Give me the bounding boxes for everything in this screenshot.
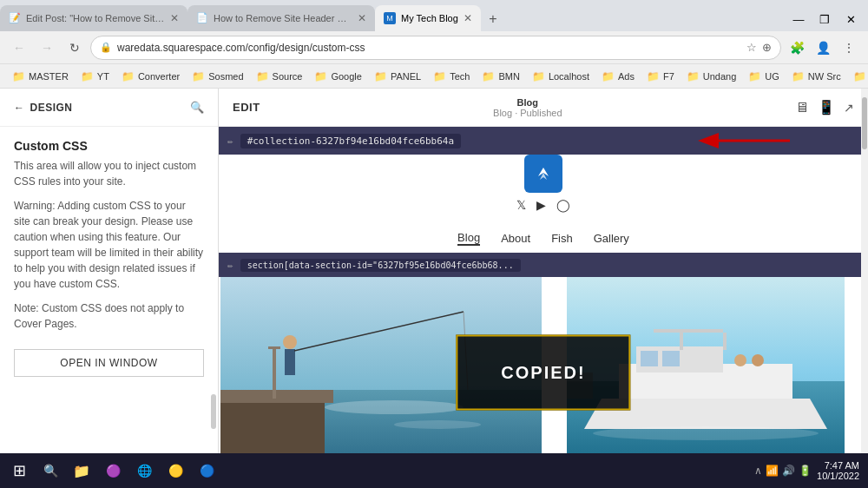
instagram-icon[interactable]: ◯ xyxy=(556,198,570,212)
new-tab-button[interactable]: + xyxy=(481,7,505,31)
back-button[interactable]: ← xyxy=(7,36,31,60)
extension-icon[interactable]: ⊕ xyxy=(762,41,772,54)
svg-point-24 xyxy=(752,354,764,366)
search-taskbar-button[interactable]: 🔍 xyxy=(36,457,64,485)
taskbar-time[interactable]: 7:47 AM 10/1/2022 xyxy=(817,460,859,481)
toolbar-right: 🧩 👤 ⋮ xyxy=(785,36,861,60)
mobile-view-icon[interactable]: 📱 xyxy=(818,99,835,115)
battery-icon[interactable]: 🔋 xyxy=(799,465,812,477)
file-explorer-button[interactable]: 📁 xyxy=(68,457,95,485)
tab-1[interactable]: 📝 Edit Post: "How to Remove Site H... ✕ xyxy=(0,5,187,31)
sidebar-design-link[interactable]: ← DESIGN xyxy=(14,102,73,114)
bookmark-label: Undang xyxy=(703,71,737,82)
address-bar[interactable]: 🔒 waredata.squarespace.com/config/design… xyxy=(90,36,781,60)
bookmark-undang[interactable]: 📁 Undang xyxy=(681,69,742,84)
date-display: 10/1/2022 xyxy=(817,471,859,481)
minimize-button[interactable]: — xyxy=(786,7,811,31)
svg-rect-18 xyxy=(641,351,658,366)
youtube-icon[interactable]: ▶ xyxy=(536,198,546,212)
sidebar-header: ← DESIGN 🔍 xyxy=(0,89,218,127)
sidebar-warning: Warning: Adding custom CSS to your site … xyxy=(0,198,218,300)
bookmark-converter[interactable]: 📁 Converter xyxy=(116,69,185,84)
logo-bird-icon xyxy=(531,164,556,183)
bookmark-label: PANEL xyxy=(391,71,421,82)
twitter-icon[interactable]: 𝕏 xyxy=(516,198,526,212)
red-arrow-icon xyxy=(694,128,799,154)
close-button[interactable]: ✕ xyxy=(838,7,863,31)
taskbar-right: ∧ 📶 🔊 🔋 7:47 AM 10/1/2022 xyxy=(754,460,868,481)
scrollbar-thumb xyxy=(862,97,867,149)
design-label: DESIGN xyxy=(30,102,73,114)
tab3-close[interactable]: ✕ xyxy=(464,12,472,24)
bookmark-panel[interactable]: 📁 PANEL xyxy=(369,69,426,84)
tab2-close[interactable]: ✕ xyxy=(358,12,366,24)
folder-icon: 📁 xyxy=(482,70,495,82)
css-selector-1[interactable]: #collection-6327bf94e16bd04fce6bb64a xyxy=(240,134,461,148)
menu-button[interactable]: ⋮ xyxy=(837,36,861,60)
social-icons: 𝕏 ▶ ◯ xyxy=(219,198,868,212)
bookmark-label: NW Src xyxy=(808,71,841,82)
bookmark-f7[interactable]: 📁 F7 xyxy=(641,69,680,84)
tab3-favicon: M xyxy=(384,12,396,24)
wifi-icon[interactable]: 📶 xyxy=(766,465,779,477)
chrome-taskbar[interactable]: 🔵 xyxy=(193,457,220,485)
bookmark-master[interactable]: 📁 MASTER xyxy=(7,69,74,84)
bookmark-star-icon[interactable]: ☆ xyxy=(746,41,757,54)
tab-3[interactable]: M My Tech Blog ✕ xyxy=(375,5,481,31)
tab1-label: Edit Post: "How to Remove Site H... xyxy=(26,13,165,23)
bookmark-label: F7 xyxy=(663,71,674,82)
reload-button[interactable]: ↻ xyxy=(62,36,87,60)
time-display: 7:47 AM xyxy=(817,460,859,471)
desktop-view-icon[interactable]: 🖥 xyxy=(795,100,809,115)
expand-icon[interactable]: ↗ xyxy=(844,101,854,115)
window-controls: — ❐ ✕ xyxy=(786,7,868,31)
maximize-button[interactable]: ❐ xyxy=(812,7,837,31)
folder-icon: 📁 xyxy=(602,70,615,82)
bookmark-nwsrc[interactable]: 📁 NW Src xyxy=(786,69,846,84)
folder-icon: 📁 xyxy=(192,70,205,82)
extensions-button[interactable]: 🧩 xyxy=(785,36,809,60)
nav-link-fish[interactable]: Fish xyxy=(551,232,573,245)
edit-label: EDIT xyxy=(233,101,260,114)
start-button[interactable]: ⊞ xyxy=(5,457,33,485)
edit-blog-title: Blog xyxy=(493,97,562,108)
bookmark-yt[interactable]: 📁 YT xyxy=(76,69,115,84)
bookmark-sosmed[interactable]: 📁 Sosmed xyxy=(187,69,248,84)
svg-rect-21 xyxy=(680,333,683,350)
css-selector-2[interactable]: section[data-section-id="6327bf95e16bd04… xyxy=(240,259,521,272)
bookmark-label: Google xyxy=(331,71,361,82)
bookmark-label: Localhost xyxy=(549,71,589,82)
svg-rect-19 xyxy=(662,351,680,366)
svg-point-5 xyxy=(394,420,481,429)
nav-link-about[interactable]: About xyxy=(501,232,530,245)
nav-link-gallery[interactable]: Gallery xyxy=(594,232,629,245)
svg-point-4 xyxy=(325,400,464,414)
chevron-up-icon[interactable]: ∧ xyxy=(754,465,762,477)
bookmark-land[interactable]: 📁 Land xyxy=(848,69,868,84)
preview-scrollbar[interactable] xyxy=(861,89,868,453)
bookmark-ads[interactable]: 📁 Ads xyxy=(596,69,640,84)
taskbar-icon-3[interactable]: 🟡 xyxy=(161,457,189,485)
bookmark-ug[interactable]: 📁 UG xyxy=(743,69,785,84)
open-in-window-button[interactable]: OPEN IN WINDOW xyxy=(14,349,204,377)
bookmark-bmn[interactable]: 📁 BMN xyxy=(477,69,524,84)
taskbar-icon-1[interactable]: 🟣 xyxy=(99,457,127,485)
bookmark-tech[interactable]: 📁 Tech xyxy=(428,69,475,84)
sidebar-search-icon[interactable]: 🔍 xyxy=(190,101,204,114)
bookmark-source[interactable]: 📁 Source xyxy=(251,69,308,84)
tab-2[interactable]: 📄 How to Remove Site Header Sq... ✕ xyxy=(187,5,375,31)
forward-button[interactable]: → xyxy=(35,36,59,60)
bookmark-label: Tech xyxy=(450,71,470,82)
svg-rect-8 xyxy=(273,346,276,399)
sound-icon[interactable]: 🔊 xyxy=(782,465,795,477)
edit-breadcrumb: Blog · Published xyxy=(493,108,562,118)
sidebar: ← DESIGN 🔍 Custom CSS This area will all… xyxy=(0,89,219,453)
edge-browser-taskbar[interactable]: 🌐 xyxy=(130,457,158,485)
bookmark-label: Source xyxy=(273,71,303,82)
bookmark-google[interactable]: 📁 Google xyxy=(309,69,366,84)
profile-button[interactable]: 👤 xyxy=(811,36,835,60)
nav-link-blog[interactable]: Blog xyxy=(457,231,480,246)
tab1-close[interactable]: ✕ xyxy=(170,12,179,24)
website-nav: Blog About Fish Gallery xyxy=(219,221,868,253)
bookmark-localhost[interactable]: 📁 Localhost xyxy=(527,69,595,84)
